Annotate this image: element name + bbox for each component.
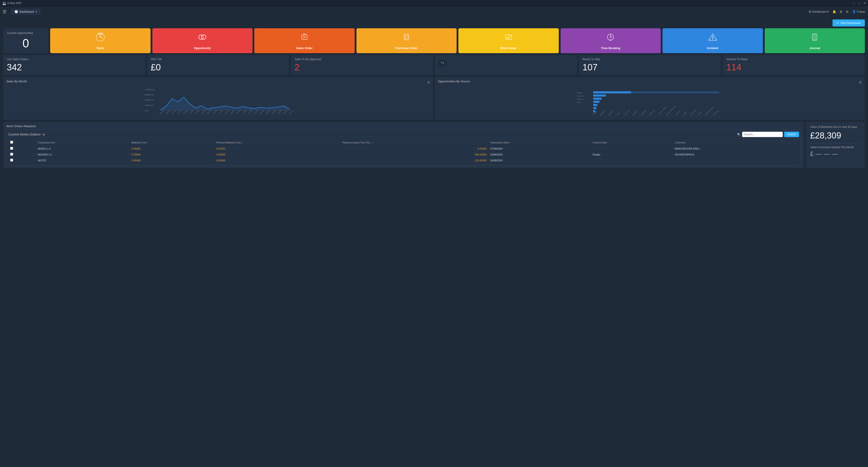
wo-table-title: Current Works Orders	[8, 133, 39, 136]
col-planned-labour[interactable]: Planned Labour Run Tim... ↕	[341, 139, 489, 146]
row-planned-material: 0.00000	[215, 157, 341, 163]
row-transaction-no: WO757	[36, 157, 130, 163]
close-icon[interactable]: ✕	[864, 2, 866, 5]
user-menu[interactable]: 👤 Fraser	[852, 10, 865, 13]
row-transaction-date: 27/08/2024	[489, 146, 591, 152]
invoices-raise-card[interactable]: Invoices To Raise 114	[723, 55, 865, 75]
opp-chart-menu-icon[interactable]: ☰	[859, 81, 862, 84]
search-input[interactable]	[742, 132, 783, 137]
notifications-btn[interactable]: 🔔	[833, 10, 836, 13]
deliveries-card: Value of Deliveries Due in next 30 days …	[806, 122, 865, 168]
sales-order-label: Sales Order	[296, 47, 313, 50]
purchase-order-label: Purchase Order	[395, 47, 417, 50]
nav-bar: ☰ 🕐 Dashboard ✕ 🖥 Dashboard ▾ 🔔 ⊞ ⚙ 👤 Fr…	[0, 6, 868, 17]
sales-chart-menu-icon[interactable]: ☰	[427, 81, 430, 84]
select-all-checkbox[interactable]	[10, 141, 13, 144]
wo-filter-icon[interactable]: ⊕	[42, 133, 45, 136]
t1-value: T1	[438, 60, 446, 66]
current-opportunities-card[interactable]: Current Opportunities 0	[3, 28, 49, 53]
row-checkbox[interactable]	[8, 146, 36, 152]
current-opp-label: Current Opportunities	[7, 31, 44, 35]
row-material-cost: 0.50000	[130, 152, 215, 157]
sales-to-approve-card[interactable]: Sales To Be Approved 2	[291, 55, 433, 75]
current-opp-value: 0	[7, 36, 44, 50]
row-checkbox[interactable]	[8, 152, 36, 157]
dashboard-tab[interactable]: 🕐 Dashboard ✕	[11, 8, 40, 15]
time-booking-tile[interactable]: Time Booking	[561, 28, 661, 53]
work-order-tile[interactable]: Work Order	[458, 28, 559, 53]
row-transaction-no: WO2003-1.2	[36, 152, 130, 157]
incident-label: Incident	[707, 47, 718, 50]
col-transaction-date[interactable]: Transaction Date ↕	[489, 139, 591, 146]
tasks-tile[interactable]: Tasks	[50, 28, 151, 53]
row-customer: MANCHESTER ENGI...	[673, 146, 799, 152]
hamburger-menu[interactable]: ☰	[3, 9, 6, 14]
opportunity-tile[interactable]: Opportunity	[152, 28, 253, 53]
user-icon: 👤	[852, 10, 856, 13]
col-material-cost[interactable]: Material Cost ↕	[130, 139, 215, 146]
app-icon: 💻	[2, 1, 6, 5]
minimize-icon[interactable]: ─	[852, 2, 855, 5]
svg-rect-7	[405, 36, 408, 38]
wo-search: 🔍 Search	[737, 132, 799, 137]
col-transaction-no[interactable]: Transaction No ↕	[36, 139, 130, 146]
grid-btn[interactable]: ⊞	[840, 10, 842, 13]
table-row: WO757 0.00000 0.00000 120.00000 16/08/20…	[8, 157, 799, 163]
row-transaction-date: 16/08/2024	[489, 157, 591, 163]
work-orders-section-title: Work Orders Required	[6, 124, 801, 128]
tab-close-icon[interactable]: ✕	[35, 10, 37, 13]
user-name: Fraser	[857, 10, 865, 13]
dashboard-nav-label: Dashboard	[812, 10, 827, 13]
sales-order-tile[interactable]: Sales Order	[254, 28, 355, 53]
wo-header: Current Works Orders ▾ ⊕ 🔍 Search	[8, 132, 799, 137]
row-checkbox[interactable]	[8, 157, 36, 163]
col-current-task[interactable]: Current Task ↕	[591, 139, 673, 146]
wo-table-body: WO821-1.4 0.00000 0.01000 0.04000 27/08/…	[8, 146, 799, 163]
col-planned-material[interactable]: Planned Material Cost ↕	[215, 139, 341, 146]
search-icon: 🔍	[737, 133, 741, 136]
search-button[interactable]: Search	[784, 132, 799, 137]
t1-card[interactable]: T1	[435, 55, 577, 75]
journal-tile[interactable]: Journal	[765, 28, 865, 53]
svg-rect-8	[505, 35, 512, 39]
col-customer[interactable]: Customer	[673, 139, 799, 146]
edit-dashboard-button[interactable]: ✏ Edit Dashboard	[833, 20, 865, 27]
invoices-label: Value of Invoices Raised This Month	[810, 146, 861, 149]
sales-by-month-title: Sales By Month	[6, 80, 27, 83]
purchase-order-icon	[401, 32, 412, 45]
work-orders-card: Work Orders Required Current Works Order…	[3, 122, 804, 168]
incident-tile[interactable]: Incident	[662, 28, 763, 53]
svg-rect-59	[631, 91, 719, 93]
svg-rect-4	[302, 35, 307, 39]
purchase-order-tile[interactable]: Purchase Order	[356, 28, 457, 53]
ready-to-ship-card[interactable]: Ready To Ship 107	[579, 55, 721, 75]
settings-icon: ⚙	[846, 10, 848, 13]
svg-text:0.00: 0.00	[145, 110, 149, 112]
svg-marker-24	[160, 97, 290, 111]
row-material-cost: 0.00000	[130, 157, 215, 163]
wo-dropdown-icon[interactable]: ▾	[39, 133, 41, 136]
opp-chart-area: Website Telephone Mail Shot Email Websi	[438, 87, 862, 117]
svg-text:Telephone: Telephone	[577, 95, 584, 97]
deliveries-label: Value of Deliveries Due in next 30 days	[810, 125, 861, 128]
wo-table: Transaction No ↕ Material Cost ↕ Planned…	[8, 139, 799, 163]
restore-icon[interactable]: □	[858, 2, 860, 5]
invoices-value: £ — — —	[810, 150, 861, 157]
time-booking-label: Time Booking	[601, 47, 620, 50]
dashboard-nav[interactable]: 🖥 Dashboard ▾	[808, 10, 829, 13]
avg-card[interactable]: AVG 718 £0	[147, 55, 289, 75]
live-sales-orders-card[interactable]: Live Sales Orders 342	[3, 55, 145, 75]
tasks-label: Tasks	[96, 47, 104, 50]
sales-chart-area: 1200000.00 900000.00 600000.00 300000.00…	[6, 87, 430, 117]
svg-rect-55	[593, 101, 599, 103]
journal-label: Journal	[809, 47, 820, 50]
wo-table-container: Transaction No ↕ Material Cost ↕ Planned…	[8, 139, 799, 163]
wo-controls: ▾ ⊕	[39, 133, 45, 136]
settings-btn[interactable]: ⚙	[846, 10, 848, 13]
invoices-raise-label: Invoices To Raise	[726, 58, 861, 61]
row-planned-material: 0.01000	[215, 146, 341, 152]
grid-icon: ⊞	[840, 10, 842, 13]
svg-point-3	[202, 35, 206, 39]
svg-point-2	[199, 35, 203, 39]
svg-text:Mail Shot: Mail Shot	[608, 110, 614, 116]
